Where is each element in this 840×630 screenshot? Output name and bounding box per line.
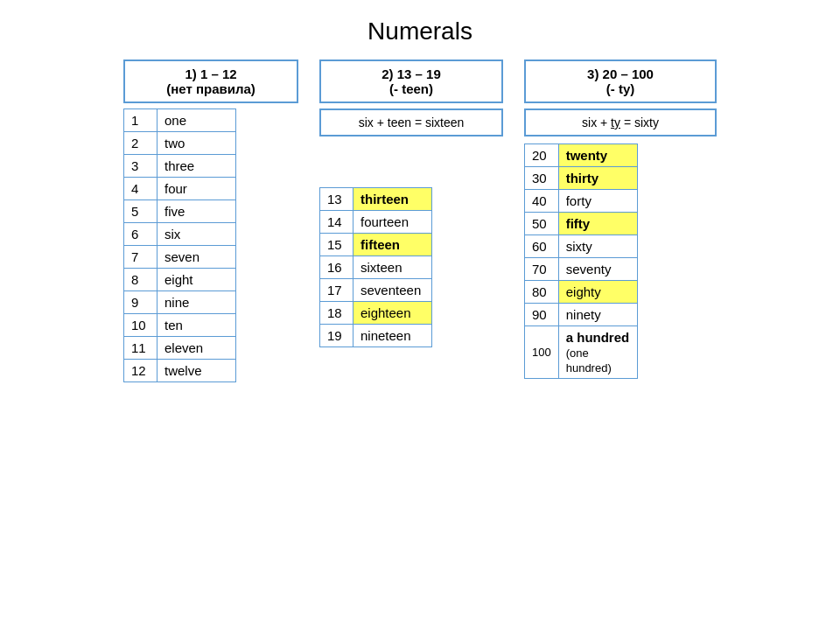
number-cell: 18 <box>320 302 354 325</box>
number-cell: 17 <box>320 279 354 302</box>
number-cell: 50 <box>525 213 559 235</box>
word-cell: one <box>158 109 236 132</box>
section2-header-line2: (- teen) <box>330 81 493 96</box>
number-cell: 16 <box>320 256 354 279</box>
number-cell: 15 <box>320 234 354 256</box>
table-row: 7seven <box>124 246 236 269</box>
section1-header-line2: (нет правила) <box>134 81 288 96</box>
word-cell: sixty <box>558 235 637 258</box>
number-cell: 90 <box>525 304 559 326</box>
number-cell: 19 <box>320 325 354 347</box>
section3-header-line2: (- ty) <box>535 81 706 96</box>
number-cell: 60 <box>525 235 559 258</box>
table-row: 16sixteen <box>320 256 432 279</box>
word-cell: fifteen <box>354 234 432 256</box>
word-cell: nineteen <box>354 325 432 347</box>
section1-header-line1: 1) 1 – 12 <box>134 66 288 81</box>
number-cell: 40 <box>525 190 559 213</box>
number-cell: 9 <box>124 291 158 314</box>
section2: 2) 13 – 19 (- teen) six + teen = sixteen… <box>319 60 503 347</box>
table-row: 60sixty <box>525 235 638 258</box>
number-cell: 1 <box>124 109 158 132</box>
table-row: 9nine <box>124 291 236 314</box>
word-cell: ninety <box>558 304 637 326</box>
table-row: 50fifty <box>525 213 638 235</box>
word-cell: eleven <box>158 337 236 360</box>
word-cell: seventy <box>558 258 637 281</box>
word-cell: thirty <box>558 167 637 190</box>
number-cell: 11 <box>124 337 158 360</box>
number-cell: 14 <box>320 211 354 234</box>
main-columns: 1) 1 – 12 (нет правила) 1one2two3three4f… <box>123 60 717 382</box>
word-cell: six <box>158 223 236 246</box>
section1: 1) 1 – 12 (нет правила) 1one2two3three4f… <box>123 60 298 382</box>
table-row: 8eight <box>124 269 236 291</box>
word-cell: three <box>158 155 236 178</box>
number-cell: 4 <box>124 178 158 200</box>
table-row: 40forty <box>525 190 638 213</box>
table-row: 4four <box>124 178 236 200</box>
number-cell: 3 <box>124 155 158 178</box>
table-row: 100a hundred(onehundred) <box>525 326 638 379</box>
table-row: 5five <box>124 200 236 223</box>
number-cell: 10 <box>124 314 158 337</box>
table-row: 70seventy <box>525 258 638 281</box>
section3-formula: six + ty = sixty <box>524 108 717 136</box>
table-row: 18eighteen <box>320 302 432 325</box>
table-row: 19nineteen <box>320 325 432 347</box>
section3-header: 3) 20 – 100 (- ty) <box>524 60 717 103</box>
section1-table: 1one2two3three4four5five6six7seven8eight… <box>123 108 236 382</box>
number-cell: 30 <box>525 167 559 190</box>
word-cell: eighty <box>558 281 637 304</box>
table-row: 15fifteen <box>320 234 432 256</box>
page-title: Numerals <box>368 18 472 46</box>
word-cell: eighteen <box>354 302 432 325</box>
word-cell: two <box>158 132 236 155</box>
word-cell: nine <box>158 291 236 314</box>
number-cell: 6 <box>124 223 158 246</box>
section2-header: 2) 13 – 19 (- teen) <box>319 60 503 103</box>
section1-header: 1) 1 – 12 (нет правила) <box>123 60 298 103</box>
table-row: 17seventeen <box>320 279 432 302</box>
word-cell: four <box>158 178 236 200</box>
number-cell: 13 <box>320 188 354 211</box>
table-row: 3three <box>124 155 236 178</box>
section3-header-line1: 3) 20 – 100 <box>535 66 706 81</box>
table-row: 90ninety <box>525 304 638 326</box>
word-cell: seven <box>158 246 236 269</box>
number-cell: 20 <box>525 144 559 167</box>
table-row: 80eighty <box>525 281 638 304</box>
table-row: 12twelve <box>124 360 236 382</box>
table-row: 11eleven <box>124 337 236 360</box>
section2-formula: six + teen = sixteen <box>319 108 503 136</box>
word-cell: fourteen <box>354 211 432 234</box>
word-cell: fifty <box>558 213 637 235</box>
word-cell: seventeen <box>354 279 432 302</box>
table-row: 20twenty <box>525 144 638 167</box>
word-cell: thirteen <box>354 188 432 211</box>
section2-header-line1: 2) 13 – 19 <box>330 66 493 81</box>
word-cell: a hundred(onehundred) <box>558 326 637 379</box>
table-row: 14fourteen <box>320 211 432 234</box>
number-cell: 7 <box>124 246 158 269</box>
number-cell: 8 <box>124 269 158 291</box>
word-cell: sixteen <box>354 256 432 279</box>
section3-table: 20twenty30thirty40forty50fifty60sixty70s… <box>524 144 638 379</box>
word-cell: twelve <box>158 360 236 382</box>
word-cell: ten <box>158 314 236 337</box>
section2-table: 13thirteen14fourteen15fifteen16sixteen17… <box>319 187 432 347</box>
word-cell: forty <box>558 190 637 213</box>
number-cell: 80 <box>525 281 559 304</box>
table-row: 1one <box>124 109 236 132</box>
number-cell: 100 <box>525 326 559 379</box>
section3: 3) 20 – 100 (- ty) six + ty = sixty 20tw… <box>524 60 717 379</box>
number-cell: 2 <box>124 132 158 155</box>
table-row: 10ten <box>124 314 236 337</box>
word-cell: five <box>158 200 236 223</box>
number-cell: 12 <box>124 360 158 382</box>
word-cell: twenty <box>558 144 637 167</box>
word-cell: eight <box>158 269 236 291</box>
formula-text: six + ty = sixty <box>582 116 659 130</box>
table-row: 6six <box>124 223 236 246</box>
number-cell: 5 <box>124 200 158 223</box>
